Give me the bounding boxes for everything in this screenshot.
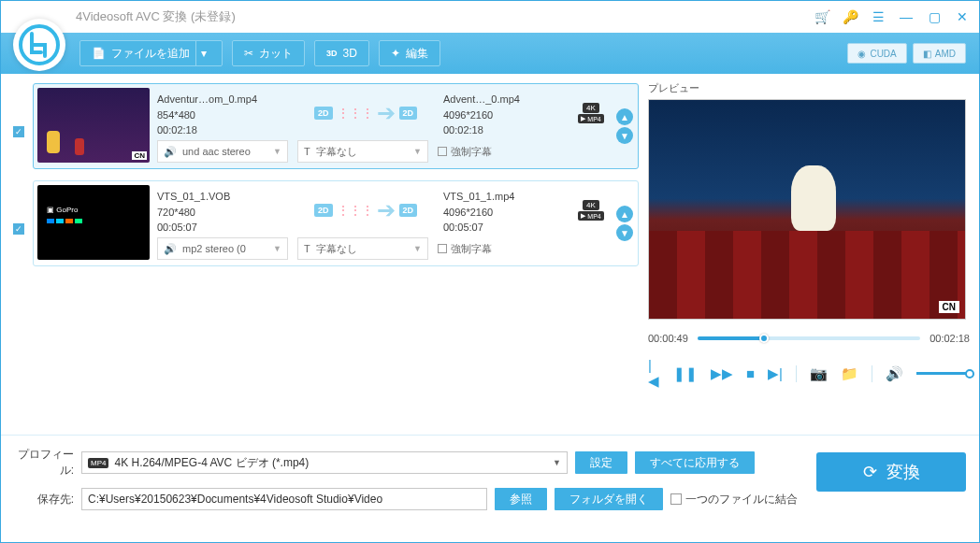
format-badge[interactable]: 4K ▶MP4 bbox=[574, 88, 608, 138]
cn-logo: CN bbox=[939, 301, 959, 313]
profile-label: プロフィール: bbox=[14, 447, 74, 479]
minimize-button[interactable]: — bbox=[899, 9, 914, 24]
edit-label: 編集 bbox=[406, 46, 428, 62]
mp4-icon: MP4 bbox=[88, 458, 108, 468]
add-file-label: ファイルを追加 bbox=[111, 46, 190, 62]
file-item[interactable]: CN Adventur…om_0.mp4 854*480 00:02:18 2D… bbox=[33, 83, 639, 169]
add-file-icon: 📄 bbox=[92, 47, 106, 60]
current-time: 00:00:49 bbox=[648, 333, 688, 344]
file-item[interactable]: ▣ GoPro VTS_01_1.VOB 720*480 00:05:07 2D… bbox=[33, 180, 639, 266]
subtitle-select[interactable]: T字幕なし▼ bbox=[297, 237, 428, 260]
volume-icon[interactable]: 🔊 bbox=[886, 365, 903, 382]
text-icon: T bbox=[304, 243, 310, 254]
format-badge[interactable]: 4K ▶MP4 bbox=[574, 185, 608, 236]
file-thumbnail: CN bbox=[37, 88, 150, 163]
maximize-button[interactable]: ▢ bbox=[927, 9, 942, 24]
total-time: 00:02:18 bbox=[930, 333, 970, 344]
key-icon[interactable]: 🔑 bbox=[843, 9, 858, 24]
speaker-icon: 🔊 bbox=[164, 243, 177, 255]
force-subtitle[interactable]: 強制字幕 bbox=[438, 140, 492, 163]
source-info: Adventur…om_0.mp4 854*480 00:02:18 bbox=[157, 88, 288, 138]
move-up-button[interactable]: ▲ bbox=[616, 108, 633, 125]
cuda-badge[interactable]: ◉CUDA bbox=[847, 43, 906, 64]
edit-button[interactable]: ✦ 編集 bbox=[379, 40, 440, 66]
pause-button[interactable]: ❚❚ bbox=[673, 365, 698, 382]
wand-icon: ✦ bbox=[391, 47, 400, 60]
stop-button[interactable]: ■ bbox=[746, 365, 755, 381]
nvidia-icon: ◉ bbox=[858, 49, 866, 59]
next-button[interactable]: ▶| bbox=[768, 365, 783, 382]
move-down-button[interactable]: ▼ bbox=[616, 127, 633, 144]
force-subtitle[interactable]: 強制字幕 bbox=[438, 237, 492, 260]
dest-info: Advent…_0.mp4 4096*2160 00:02:18 bbox=[443, 88, 574, 138]
app-title: 4Videosoft AVC 変換 (未登録) bbox=[76, 8, 236, 25]
settings-button[interactable]: 設定 bbox=[575, 451, 627, 474]
audio-track-select[interactable]: 🔊und aac stereo▼ bbox=[157, 140, 288, 163]
volume-slider[interactable] bbox=[916, 372, 970, 375]
convert-button[interactable]: ⟳ 変換 bbox=[816, 452, 966, 492]
file-thumbnail: ▣ GoPro bbox=[37, 185, 150, 260]
cut-label: カット bbox=[259, 46, 293, 62]
amd-badge[interactable]: ◧AMD bbox=[913, 43, 966, 64]
cn-badge-icon: CN bbox=[132, 151, 147, 160]
menu-icon[interactable]: ☰ bbox=[871, 9, 886, 24]
conversion-arrow: 2D⋮⋮⋮➔2D bbox=[288, 88, 443, 138]
browse-button[interactable]: 参照 bbox=[495, 488, 547, 510]
3d-button[interactable]: 3D 3D bbox=[314, 40, 369, 66]
bottom-bar: プロフィール: MP4 4K H.264/MPEG-4 AVC ビデオ (*.m… bbox=[1, 435, 979, 522]
file-list: ✓ CN Adventur…om_0.mp4 854*480 00:02:18 bbox=[1, 74, 644, 435]
fast-forward-button[interactable]: ▶▶ bbox=[711, 365, 733, 382]
source-info: VTS_01_1.VOB 720*480 00:05:07 bbox=[157, 185, 288, 236]
cart-icon[interactable]: 🛒 bbox=[814, 9, 829, 24]
move-down-button[interactable]: ▼ bbox=[616, 224, 633, 241]
text-icon: T bbox=[304, 146, 310, 157]
3d-icon: 3D bbox=[326, 49, 338, 58]
main-toolbar: 📄 ファイルを追加 ▾ カット 3D 3D ✦ 編集 ◉CUDA ◧AMD bbox=[1, 33, 979, 74]
profile-select[interactable]: MP4 4K H.264/MPEG-4 AVC ビデオ (*.mp4) ▼ bbox=[81, 451, 568, 474]
audio-track-select[interactable]: 🔊mp2 stereo (0▼ bbox=[157, 237, 288, 260]
destination-label: 保存先: bbox=[14, 492, 74, 507]
speaker-icon: 🔊 bbox=[164, 146, 177, 158]
open-dest-folder-button[interactable]: フォルダを開く bbox=[555, 488, 663, 510]
3d-label: 3D bbox=[343, 47, 357, 60]
merge-checkbox[interactable]: 一つのファイルに結合 bbox=[670, 492, 798, 507]
dest-info: VTS_01_1.mp4 4096*2160 00:05:07 bbox=[443, 185, 574, 236]
close-button[interactable]: ✕ bbox=[955, 9, 970, 24]
preview-pane: プレビュー CN 00:00:49 00:02:18 |◀ ❚❚ ▶▶ ■ ▶|… bbox=[644, 74, 979, 435]
preview-label: プレビュー bbox=[648, 81, 970, 95]
add-file-button[interactable]: 📄 ファイルを追加 ▾ bbox=[79, 40, 223, 66]
app-logo bbox=[13, 19, 65, 71]
title-bar: 4Videosoft AVC 変換 (未登録) 🛒 🔑 ☰ — ▢ ✕ bbox=[1, 1, 979, 33]
prev-button[interactable]: |◀ bbox=[648, 357, 660, 390]
file-checkbox[interactable]: ✓ bbox=[13, 223, 24, 235]
move-up-button[interactable]: ▲ bbox=[616, 206, 633, 222]
snapshot-button[interactable]: 📷 bbox=[810, 365, 828, 382]
conversion-arrow: 2D⋮⋮⋮➔2D bbox=[288, 185, 443, 236]
refresh-icon: ⟳ bbox=[863, 462, 877, 482]
scissors-icon bbox=[244, 47, 253, 60]
cut-button[interactable]: カット bbox=[232, 40, 305, 66]
subtitle-select[interactable]: T字幕なし▼ bbox=[297, 140, 428, 163]
file-checkbox[interactable]: ✓ bbox=[13, 126, 24, 137]
open-folder-icon[interactable]: 📁 bbox=[841, 365, 858, 382]
apply-all-button[interactable]: すべてに応用する bbox=[635, 451, 755, 474]
seek-bar[interactable] bbox=[698, 336, 920, 340]
add-file-dropdown[interactable]: ▾ bbox=[195, 41, 210, 65]
preview-video[interactable]: CN bbox=[648, 99, 966, 320]
amd-icon: ◧ bbox=[923, 49, 931, 59]
destination-input[interactable] bbox=[81, 488, 487, 510]
